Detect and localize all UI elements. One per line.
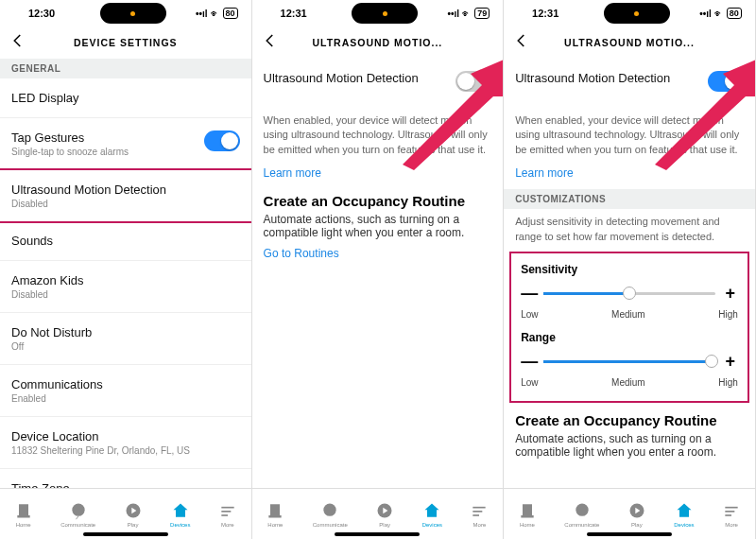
dynamic-island <box>352 3 418 24</box>
tap-gestures-toggle[interactable] <box>204 130 240 151</box>
section-general: GENERAL <box>0 59 251 78</box>
sensitivity-increase[interactable]: + <box>723 284 738 304</box>
occupancy-routine-section: Create an Occupancy Routine Automate act… <box>504 405 755 462</box>
ultrasound-toggle-row: Ultrasound Motion Detection <box>252 59 504 104</box>
back-button[interactable] <box>262 32 279 51</box>
battery-icon: 79 <box>474 8 490 19</box>
tab-more[interactable]: More <box>722 501 741 528</box>
tab-play[interactable]: Play <box>627 501 646 528</box>
ultrasound-toggle[interactable] <box>708 71 744 92</box>
range-slider[interactable] <box>543 360 715 363</box>
home-indicator[interactable] <box>335 532 420 536</box>
row-device-location[interactable]: Device Location11832 Sheltering Pine Dr,… <box>0 417 251 469</box>
description-text: When enabled, your device will detect mo… <box>504 104 755 163</box>
svg-point-7 <box>324 503 336 515</box>
signal-icon: ••ıl <box>196 9 208 19</box>
svg-point-0 <box>72 503 84 515</box>
status-indicators: ••ılᯤ 80 <box>196 8 238 19</box>
row-do-not-disturb[interactable]: Do Not DisturbOff <box>0 313 251 365</box>
tab-devices[interactable]: Devices <box>674 501 694 528</box>
tab-communicate[interactable]: Communicate <box>313 501 348 528</box>
customization-panel: Sensitivity — + LowMediumHigh Range — + … <box>509 252 749 403</box>
tab-home[interactable]: Home <box>266 501 284 528</box>
dynamic-island <box>100 3 166 24</box>
page-title: ULTRASOUND MOTIO... <box>252 26 504 59</box>
status-time: 12:30 <box>13 8 70 19</box>
status-time: 12:31 <box>266 8 322 19</box>
row-tap-gestures[interactable]: Tap GesturesSingle-tap to snooze alarms <box>0 118 251 170</box>
row-led-display[interactable]: LED Display <box>0 78 251 118</box>
tab-devices[interactable]: Devices <box>422 501 442 528</box>
screen-ultrasound-off: 12:31 ••ılᯤ 79 ULTRASOUND MOTIO... Ultra… <box>252 0 505 539</box>
learn-more-link[interactable]: Learn more <box>504 163 755 189</box>
battery-icon: 80 <box>223 8 238 19</box>
tab-bar: Home Communicate Play Devices More <box>0 488 251 539</box>
tab-play[interactable]: Play <box>124 501 143 528</box>
range-increase[interactable]: + <box>723 352 738 372</box>
occupancy-title: Create an Occupancy Routine <box>264 193 492 209</box>
tab-play[interactable]: Play <box>375 501 394 528</box>
row-communications[interactable]: CommunicationsEnabled <box>0 365 251 417</box>
occupancy-routine-section: Create an Occupancy Routine Automate act… <box>252 189 504 243</box>
battery-icon: 80 <box>727 8 742 19</box>
tab-communicate[interactable]: Communicate <box>564 501 599 528</box>
signal-icon: ••ıl <box>699 9 712 19</box>
tab-devices[interactable]: Devices <box>170 501 190 528</box>
wifi-icon: ᯤ <box>462 9 472 19</box>
ultrasound-toggle-row: Ultrasound Motion Detection <box>504 59 755 104</box>
ultrasound-toggle[interactable] <box>455 71 491 92</box>
wifi-icon: ᯤ <box>211 9 220 19</box>
status-bar: 12:31 ••ılᯤ 80 <box>504 0 755 26</box>
learn-more-link[interactable]: Learn more <box>252 163 504 189</box>
home-indicator[interactable] <box>587 532 672 536</box>
status-bar: 12:31 ••ılᯤ 79 <box>252 0 504 26</box>
sensitivity-label: Sensitivity <box>521 259 738 280</box>
status-time: 12:31 <box>517 8 574 19</box>
tab-communicate[interactable]: Communicate <box>60 501 95 528</box>
occupancy-body: Automate actions, such as turning on a c… <box>264 213 492 239</box>
tab-home[interactable]: Home <box>518 501 537 528</box>
home-indicator[interactable] <box>83 532 168 536</box>
signal-icon: ••ıl <box>448 9 460 19</box>
row-ultrasound-motion[interactable]: Ultrasound Motion DetectionDisabled <box>0 168 251 223</box>
row-amazon-kids[interactable]: Amazon KidsDisabled <box>0 261 251 313</box>
customization-desc: Adjust sensitivity in detecting movement… <box>504 209 755 250</box>
wifi-icon: ᯤ <box>714 9 724 19</box>
tab-bar: Home Communicate Play Devices More <box>504 488 755 539</box>
page-title: DEVICE SETTINGS <box>0 26 251 59</box>
occupancy-body: Automate actions, such as turning on a c… <box>515 432 744 459</box>
tab-bar: Home Communicate Play Devices More <box>252 488 504 539</box>
status-indicators: ••ılᯤ 79 <box>448 8 490 19</box>
svg-point-14 <box>576 503 588 515</box>
tab-more[interactable]: More <box>218 501 237 528</box>
sensitivity-decrease[interactable]: — <box>521 284 536 304</box>
section-customizations: CUSTOMIZATIONS <box>504 189 755 209</box>
occupancy-title: Create an Occupancy Routine <box>515 412 744 428</box>
status-indicators: ••ılᯤ 80 <box>699 8 742 19</box>
row-sounds[interactable]: Sounds <box>0 221 251 261</box>
status-bar: 12:30 ••ılᯤ 80 <box>0 0 251 26</box>
screen-ultrasound-on: 12:31 ••ılᯤ 80 ULTRASOUND MOTIO... Ultra… <box>504 0 756 539</box>
row-time-zone[interactable]: Time Zone <box>0 469 251 488</box>
go-to-routines-link[interactable]: Go to Routines <box>252 243 504 270</box>
sensitivity-slider[interactable] <box>543 292 715 295</box>
range-label: Range <box>521 327 738 348</box>
back-button[interactable] <box>9 32 26 51</box>
tab-more[interactable]: More <box>470 501 489 528</box>
content[interactable]: Ultrasound Motion Detection When enabled… <box>504 59 755 488</box>
tab-home[interactable]: Home <box>14 501 33 528</box>
page-title: ULTRASOUND MOTIO... <box>504 26 755 59</box>
back-button[interactable] <box>513 32 530 51</box>
range-decrease[interactable]: — <box>521 352 536 372</box>
screen-device-settings: 12:30 ••ılᯤ 80 DEVICE SETTINGS GENERAL L… <box>0 0 252 539</box>
settings-list[interactable]: GENERAL LED Display Tap GesturesSingle-t… <box>0 59 251 488</box>
description-text: When enabled, your device will detect mo… <box>252 104 504 163</box>
content[interactable]: Ultrasound Motion Detection When enabled… <box>252 59 504 488</box>
dynamic-island <box>604 3 670 24</box>
